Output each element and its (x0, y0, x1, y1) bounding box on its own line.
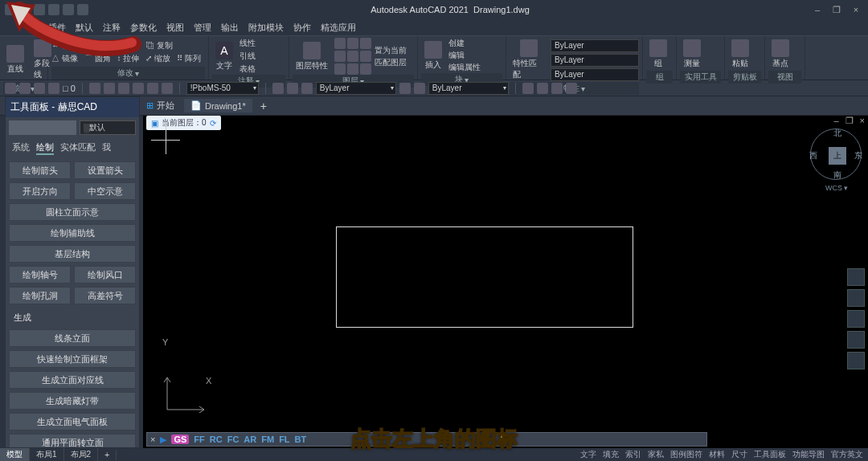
pan-icon[interactable] (847, 289, 865, 307)
matchprops-button[interactable]: 特性匹配 (510, 38, 547, 82)
linear-button[interactable]: 线性 (240, 38, 256, 49)
menu-item[interactable]: 精选应用 (321, 22, 356, 34)
rotate-button[interactable]: ↻ 旋转 (84, 40, 109, 51)
measure-button[interactable]: 测量 (680, 38, 704, 71)
palette-button[interactable]: 绘制轴号 (9, 266, 71, 284)
viewport-max-button[interactable]: ❐ (845, 116, 854, 126)
layer-icon[interactable] (360, 63, 371, 75)
edit-button[interactable]: 编辑 (448, 50, 481, 61)
fullnav-icon[interactable] (847, 268, 865, 286)
orbit-icon[interactable] (847, 331, 865, 349)
menu-item[interactable]: 附加模块 (248, 22, 284, 34)
menu-item[interactable]: 插件 (48, 22, 66, 34)
array-button[interactable]: ⠿ 阵列 (177, 53, 201, 64)
viewcube[interactable]: 北 南 东 西 上 WCS ▾ (810, 129, 862, 180)
panel-label-group[interactable]: 组 (646, 71, 673, 84)
layer-icon[interactable] (334, 38, 346, 49)
line-button[interactable]: 直线 (3, 43, 27, 76)
trim-button[interactable]: ✂ 修剪 (116, 40, 141, 51)
stretch-button[interactable]: ↕ 拉伸 (117, 53, 140, 64)
tool-icon[interactable] (551, 83, 563, 94)
color-combo[interactable]: ByLayer (551, 39, 639, 52)
status-item[interactable]: 索引 (625, 449, 641, 460)
tool-icon[interactable] (48, 83, 59, 94)
palette-tab-system[interactable]: 系统 (12, 141, 30, 155)
status-item[interactable]: 文字 (580, 449, 596, 460)
table-button[interactable]: 表格 (240, 63, 256, 75)
basepoint-button[interactable]: 基点 (768, 38, 792, 71)
lineweight-combo[interactable]: ByLayer (551, 68, 639, 81)
palette-button[interactable]: 通用平面转立面 (9, 434, 136, 447)
status-item[interactable]: 填充 (603, 449, 619, 460)
tool-icon[interactable] (118, 83, 129, 94)
tool-icon[interactable] (522, 83, 534, 94)
copy-button[interactable]: ⿻ 复制 (146, 40, 173, 51)
cmd-opt[interactable]: AR (244, 434, 256, 444)
tool-icon[interactable] (89, 83, 100, 94)
layer-icon[interactable] (360, 38, 371, 49)
palette-button[interactable]: 开启方向 (9, 182, 71, 200)
menu-item[interactable]: 视图 (166, 22, 184, 34)
tab-layout2[interactable]: 布局2 (64, 448, 99, 461)
cmd-opt[interactable]: RC (210, 434, 223, 444)
status-item[interactable]: 图例图符 (670, 449, 702, 460)
palette-button[interactable]: 线条立面 (9, 329, 136, 347)
app-menu-icon[interactable] (5, 4, 16, 15)
palette-button[interactable]: 绘制风口 (74, 266, 136, 284)
tab-layout1[interactable]: 布局1 (30, 448, 64, 461)
layer-icon[interactable] (360, 51, 371, 62)
tool-icon[interactable] (104, 83, 115, 94)
menu-item[interactable]: 参数化 (130, 22, 157, 34)
cmd-opt[interactable]: FF (194, 434, 204, 444)
layer-combo[interactable]: ByLayer (316, 82, 396, 95)
scale-button[interactable]: ⤢ 缩放 (145, 53, 170, 64)
window-min-button[interactable]: – (812, 5, 823, 15)
panel-label-view[interactable]: 视图 (768, 71, 801, 84)
layerprops-button[interactable]: 图层特性 (293, 40, 331, 73)
layer-icon[interactable] (347, 63, 358, 75)
status-item[interactable]: 功能导图 (792, 449, 825, 460)
tool-icon[interactable] (162, 83, 173, 94)
cmdline-close-icon[interactable]: × (150, 434, 155, 444)
drawing-canvas[interactable]: ▣当前图层：0⟳ – ❐ × Y X 北 南 东 西 上 WCS ▾ × ▶ G… (143, 116, 868, 448)
palette-button[interactable]: 生成立面对应线 (9, 371, 136, 389)
linetype-combo[interactable]: ByLayer (551, 54, 639, 67)
fillet-button[interactable]: ⌒ 圆角 (84, 53, 111, 64)
tab-drawing1[interactable]: 📄Drawing1* (184, 99, 252, 112)
status-item[interactable]: 工具面板 (754, 449, 786, 460)
tool-icon[interactable] (399, 83, 411, 94)
showmotion-icon[interactable] (847, 352, 865, 369)
paste-button[interactable]: 粘贴 (728, 38, 752, 71)
viewcube-top[interactable]: 上 (829, 147, 846, 165)
tool-icon[interactable] (34, 83, 45, 94)
tab-add-layout[interactable]: + (98, 450, 117, 460)
tool-icon[interactable] (287, 83, 298, 94)
viewport-min-button[interactable]: – (833, 116, 838, 126)
menu-item[interactable]: 输出 (221, 22, 239, 34)
palette-button[interactable]: 高差符号 (74, 287, 136, 304)
setcurrent-button[interactable]: 置为当前 (375, 45, 407, 56)
palette-tab-entity[interactable]: 实体匹配 (60, 141, 96, 155)
cmd-opt[interactable]: FL (279, 434, 289, 444)
palette-button[interactable]: 设置箭头 (74, 161, 136, 179)
tool-icon[interactable] (414, 83, 425, 94)
menu-item[interactable]: 管理 (194, 22, 211, 34)
palette-button[interactable]: 基层结构 (9, 245, 136, 263)
cmd-opt[interactable]: FM (261, 434, 274, 444)
layer2-combo[interactable]: ByLayer (428, 82, 509, 95)
viewport-close-button[interactable]: × (860, 116, 865, 126)
menu-item[interactable]: 注释 (103, 22, 121, 34)
cmd-opt[interactable]: BT (295, 434, 307, 444)
tool-icon[interactable] (272, 83, 284, 94)
textstyle-combo[interactable]: !PboMS-50 (186, 82, 259, 95)
palette-button[interactable]: 圆柱立面示意 (9, 203, 136, 221)
mirror-button[interactable]: △ 镜像 (51, 53, 78, 64)
wcs-dropdown[interactable]: WCS ▾ (825, 184, 849, 192)
qat-save-icon[interactable] (48, 4, 59, 15)
new-tab-button[interactable]: + (256, 100, 272, 112)
matchlayer-button[interactable]: 匹配图层 (375, 57, 407, 68)
text-button[interactable]: A文字 (212, 40, 236, 73)
menu-item[interactable]: 默认 (76, 22, 93, 34)
leader-button[interactable]: 引线 (240, 51, 256, 62)
palette-button[interactable]: 生成立面电气面板 (9, 413, 136, 430)
